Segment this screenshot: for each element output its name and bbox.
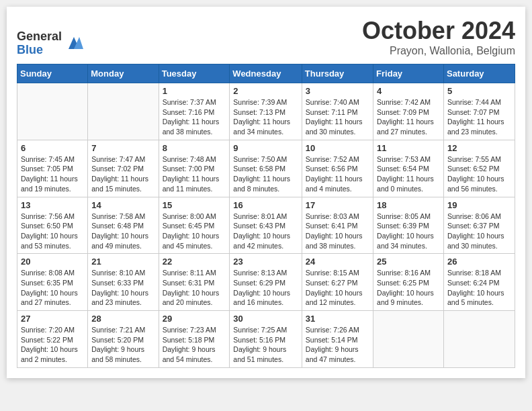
table-row: 15Sunrise: 8:00 AM Sunset: 6:45 PM Dayli…: [159, 197, 230, 254]
day-number: 20: [21, 257, 84, 267]
table-row: 14Sunrise: 7:58 AM Sunset: 6:48 PM Dayli…: [88, 197, 159, 254]
table-row: 4Sunrise: 7:42 AM Sunset: 7:09 PM Daylig…: [373, 83, 444, 140]
day-info: Sunrise: 7:23 AM Sunset: 5:18 PM Dayligh…: [163, 325, 226, 365]
table-row: 11Sunrise: 7:53 AM Sunset: 6:54 PM Dayli…: [373, 140, 444, 197]
day-number: 11: [377, 143, 440, 153]
day-info: Sunrise: 7:20 AM Sunset: 5:22 PM Dayligh…: [21, 325, 84, 365]
table-row: 3Sunrise: 7:40 AM Sunset: 7:11 PM Daylig…: [302, 83, 373, 140]
table-row: 10Sunrise: 7:52 AM Sunset: 6:56 PM Dayli…: [302, 140, 373, 197]
table-row: 31Sunrise: 7:26 AM Sunset: 5:14 PM Dayli…: [302, 311, 373, 368]
day-number: 10: [306, 143, 369, 153]
day-number: 3: [306, 86, 369, 96]
location-title: Prayon, Wallonia, Belgium: [362, 45, 515, 57]
table-row: 29Sunrise: 7:23 AM Sunset: 5:18 PM Dayli…: [159, 311, 230, 368]
table-row: 28Sunrise: 7:21 AM Sunset: 5:20 PM Dayli…: [88, 311, 159, 368]
day-number: 18: [377, 200, 440, 210]
day-number: 12: [447, 143, 511, 153]
day-number: 7: [91, 143, 154, 153]
table-row: 17Sunrise: 8:03 AM Sunset: 6:41 PM Dayli…: [302, 197, 373, 254]
table-row: 22Sunrise: 8:11 AM Sunset: 6:31 PM Dayli…: [159, 254, 230, 311]
day-number: 5: [447, 86, 511, 96]
weekday-header-row: Sunday Monday Tuesday Wednesday Thursday…: [17, 64, 515, 83]
header-wednesday: Wednesday: [230, 64, 302, 83]
day-info: Sunrise: 8:10 AM Sunset: 6:33 PM Dayligh…: [91, 268, 154, 308]
day-info: Sunrise: 7:37 AM Sunset: 7:16 PM Dayligh…: [163, 97, 226, 137]
day-info: Sunrise: 7:42 AM Sunset: 7:09 PM Dayligh…: [377, 97, 440, 137]
day-info: Sunrise: 8:01 AM Sunset: 6:43 PM Dayligh…: [233, 212, 298, 251]
table-row: 6Sunrise: 7:45 AM Sunset: 7:05 PM Daylig…: [17, 140, 88, 197]
table-row: 26Sunrise: 8:18 AM Sunset: 6:24 PM Dayli…: [443, 254, 515, 311]
table-row: 7Sunrise: 7:47 AM Sunset: 7:02 PM Daylig…: [88, 140, 159, 197]
day-info: Sunrise: 8:05 AM Sunset: 6:39 PM Dayligh…: [377, 212, 440, 251]
logo-blue-text: Blue: [17, 44, 62, 57]
day-info: Sunrise: 7:47 AM Sunset: 7:02 PM Dayligh…: [91, 154, 154, 194]
day-info: Sunrise: 8:03 AM Sunset: 6:41 PM Dayligh…: [306, 212, 369, 251]
day-info: Sunrise: 7:21 AM Sunset: 5:20 PM Dayligh…: [91, 325, 154, 365]
table-row: 19Sunrise: 8:06 AM Sunset: 6:37 PM Dayli…: [443, 197, 515, 254]
day-number: 4: [377, 86, 440, 96]
calendar-week-row: 13Sunrise: 7:56 AM Sunset: 6:50 PM Dayli…: [17, 197, 515, 254]
day-info: Sunrise: 7:45 AM Sunset: 7:05 PM Dayligh…: [21, 154, 84, 194]
day-info: Sunrise: 7:26 AM Sunset: 5:14 PM Dayligh…: [306, 325, 369, 365]
day-info: Sunrise: 7:40 AM Sunset: 7:11 PM Dayligh…: [306, 97, 369, 137]
day-info: Sunrise: 7:44 AM Sunset: 7:07 PM Dayligh…: [447, 97, 511, 137]
table-row: 24Sunrise: 8:15 AM Sunset: 6:27 PM Dayli…: [302, 254, 373, 311]
header-tuesday: Tuesday: [159, 64, 230, 83]
day-info: Sunrise: 7:50 AM Sunset: 6:58 PM Dayligh…: [233, 154, 298, 194]
day-number: 9: [233, 143, 298, 153]
table-row: 8Sunrise: 7:48 AM Sunset: 7:00 PM Daylig…: [159, 140, 230, 197]
day-number: 15: [163, 200, 226, 210]
calendar-week-row: 1Sunrise: 7:37 AM Sunset: 7:16 PM Daylig…: [17, 83, 515, 140]
day-info: Sunrise: 7:58 AM Sunset: 6:48 PM Dayligh…: [91, 212, 154, 251]
header-thursday: Thursday: [302, 64, 373, 83]
table-row: 20Sunrise: 8:08 AM Sunset: 6:35 PM Dayli…: [17, 254, 88, 311]
day-info: Sunrise: 7:56 AM Sunset: 6:50 PM Dayligh…: [21, 212, 84, 251]
day-number: 1: [163, 86, 226, 96]
day-number: 17: [306, 200, 369, 210]
day-number: 13: [21, 200, 84, 210]
day-info: Sunrise: 8:15 AM Sunset: 6:27 PM Dayligh…: [306, 268, 369, 308]
day-info: Sunrise: 7:39 AM Sunset: 7:13 PM Dayligh…: [233, 97, 298, 137]
day-info: Sunrise: 7:25 AM Sunset: 5:16 PM Dayligh…: [233, 325, 298, 365]
day-info: Sunrise: 8:18 AM Sunset: 6:24 PM Dayligh…: [447, 268, 511, 308]
day-number: 23: [233, 257, 298, 267]
day-number: 16: [233, 200, 298, 210]
table-row: 12Sunrise: 7:55 AM Sunset: 6:52 PM Dayli…: [443, 140, 515, 197]
day-number: 24: [306, 257, 369, 267]
day-number: 27: [21, 314, 84, 324]
title-section: October 2024 Prayon, Wallonia, Belgium: [362, 17, 515, 57]
day-info: Sunrise: 7:48 AM Sunset: 7:00 PM Dayligh…: [163, 154, 226, 194]
day-info: Sunrise: 7:53 AM Sunset: 6:54 PM Dayligh…: [377, 154, 440, 194]
header: General Blue October 2024 Prayon, Wallon…: [17, 17, 515, 57]
table-row: 27Sunrise: 7:20 AM Sunset: 5:22 PM Dayli…: [17, 311, 88, 368]
header-sunday: Sunday: [17, 64, 88, 83]
day-number: 28: [91, 314, 154, 324]
day-number: 8: [163, 143, 226, 153]
day-number: 26: [447, 257, 511, 267]
calendar-container: General Blue October 2024 Prayon, Wallon…: [7, 7, 525, 378]
logo: General Blue: [17, 30, 83, 57]
day-info: Sunrise: 7:55 AM Sunset: 6:52 PM Dayligh…: [447, 154, 511, 194]
table-row: 21Sunrise: 8:10 AM Sunset: 6:33 PM Dayli…: [88, 254, 159, 311]
day-info: Sunrise: 7:52 AM Sunset: 6:56 PM Dayligh…: [306, 154, 369, 194]
table-row: [88, 83, 159, 140]
table-row: 23Sunrise: 8:13 AM Sunset: 6:29 PM Dayli…: [230, 254, 302, 311]
day-number: 25: [377, 257, 440, 267]
logo-general-text: General: [17, 30, 62, 44]
calendar-week-row: 20Sunrise: 8:08 AM Sunset: 6:35 PM Dayli…: [17, 254, 515, 311]
table-row: 30Sunrise: 7:25 AM Sunset: 5:16 PM Dayli…: [230, 311, 302, 368]
day-info: Sunrise: 8:13 AM Sunset: 6:29 PM Dayligh…: [233, 268, 298, 308]
table-row: 16Sunrise: 8:01 AM Sunset: 6:43 PM Dayli…: [230, 197, 302, 254]
day-info: Sunrise: 8:11 AM Sunset: 6:31 PM Dayligh…: [163, 268, 226, 308]
calendar-week-row: 6Sunrise: 7:45 AM Sunset: 7:05 PM Daylig…: [17, 140, 515, 197]
calendar-week-row: 27Sunrise: 7:20 AM Sunset: 5:22 PM Dayli…: [17, 311, 515, 368]
day-number: 14: [91, 200, 154, 210]
header-friday: Friday: [373, 64, 444, 83]
table-row: 18Sunrise: 8:05 AM Sunset: 6:39 PM Dayli…: [373, 197, 444, 254]
logo-icon: [64, 34, 83, 53]
day-info: Sunrise: 8:06 AM Sunset: 6:37 PM Dayligh…: [447, 212, 511, 251]
day-number: 2: [233, 86, 298, 96]
table-row: 13Sunrise: 7:56 AM Sunset: 6:50 PM Dayli…: [17, 197, 88, 254]
day-number: 19: [447, 200, 511, 210]
day-number: 22: [163, 257, 226, 267]
